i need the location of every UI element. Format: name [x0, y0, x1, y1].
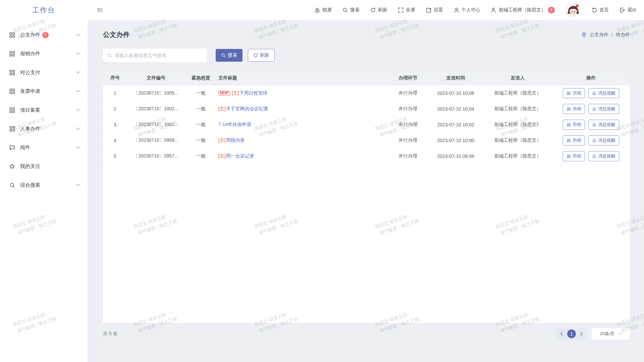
sidebar-item-label: 报销办件	[20, 51, 40, 57]
profile-center-button[interactable]: 个人中心	[454, 7, 480, 13]
row-file-no: 〔20230710〕1002...	[127, 106, 185, 112]
next-page-button[interactable]	[580, 332, 583, 336]
grid-icon	[9, 126, 15, 132]
breadcrumb-root[interactable]: 公文办件	[590, 32, 608, 38]
new-badge: NEW!	[218, 91, 230, 96]
row-title-cell: [主] 周一会议记录	[217, 153, 388, 159]
home-button[interactable]: 首页	[592, 7, 609, 13]
search-icon	[9, 182, 15, 188]
chevron-down-icon	[76, 34, 80, 36]
refresh-button-label: 刷新	[260, 52, 269, 58]
history-button-label: 历程	[573, 137, 581, 143]
search-input[interactable]	[115, 53, 203, 58]
row-urgency: 一般	[185, 137, 217, 143]
notify-button-label: 消息提醒	[598, 122, 615, 128]
document-title-link[interactable]: 关于官网的会议纪要	[226, 106, 268, 112]
refresh-icon	[253, 53, 258, 58]
sidebar-item-duigong[interactable]: 对公支付	[0, 63, 88, 82]
prev-page-button[interactable]	[560, 332, 563, 336]
row-title-cell: NEW! [主] 下周日程安排	[217, 90, 388, 96]
sidebar-item-xiangmu[interactable]: 项目备案	[0, 101, 88, 119]
row-index: 4	[103, 138, 127, 143]
back-home-icon	[592, 7, 597, 13]
lock-screen-button[interactable]: 锁屏	[315, 7, 332, 13]
sliders-icon	[567, 91, 571, 96]
document-title-link[interactable]: 7-14年休假申请	[218, 122, 251, 128]
logout-button[interactable]: 退出	[620, 7, 637, 13]
settings-label: 设置	[434, 7, 443, 13]
chevron-down-icon	[76, 109, 80, 111]
sidebar-item-label: 阅件	[20, 144, 30, 151]
current-user[interactable]: 前端工程师（陈思文） 5	[491, 7, 555, 13]
table-row: 2 〔20230710〕1002... 一般 [主] 关于官网的会议纪要 并行办…	[103, 101, 630, 117]
row-sender: 前端工程师（陈思文）	[483, 122, 552, 128]
global-search-button[interactable]: 搜索	[342, 7, 360, 13]
notify-button[interactable]: 消息提醒	[588, 104, 619, 114]
notify-button[interactable]: 消息提醒	[588, 120, 619, 130]
history-button-label: 历程	[573, 106, 581, 112]
col-title: 文件标题	[217, 75, 388, 81]
global-search-label: 搜索	[350, 7, 360, 13]
sidebar-item-sousuo[interactable]: 综合搜索	[0, 176, 88, 194]
table-header: 序号 文件编号 紧急程度 文件标题 办理环节 发送时间 发送人 操作	[103, 71, 630, 85]
sidebar-item-yuejian[interactable]: 阅件	[0, 138, 88, 157]
sidebar-collapse-button[interactable]	[97, 7, 103, 13]
bell-icon	[592, 91, 596, 96]
sidebar-item-baoxiao[interactable]: 报销办件	[0, 44, 88, 63]
notify-button-label: 消息提醒	[598, 90, 615, 96]
history-button-label: 历程	[573, 90, 581, 96]
refresh-button[interactable]: 刷新	[370, 7, 387, 13]
document-title-link[interactable]: 下周日程安排	[239, 90, 267, 96]
history-button[interactable]: 历程	[563, 151, 585, 161]
fullscreen-button[interactable]: 全屏	[398, 7, 415, 13]
notify-button[interactable]: 消息提醒	[588, 88, 619, 98]
history-button[interactable]: 历程	[563, 135, 585, 145]
row-actions: 历程 消息提醒	[552, 151, 630, 161]
sidebar-item-renshi[interactable]: 人事办件	[0, 119, 88, 138]
document-title-link[interactable]: 周报内容	[226, 137, 245, 143]
search-button[interactable]: 搜索	[216, 49, 243, 62]
fullscreen-icon	[398, 7, 404, 13]
search-icon	[342, 7, 348, 13]
notify-button-label: 消息提醒	[598, 106, 615, 112]
page-title: 公文办件	[103, 30, 130, 39]
document-table: 序号 文件编号 紧急程度 文件标题 办理环节 发送时间 发送人 操作 1 〔20…	[103, 71, 630, 323]
sidebar-item-label: 综合搜索	[20, 182, 40, 188]
topbar-actions: 锁屏 搜索 刷新 全屏 设置	[315, 2, 644, 18]
location-pin-icon	[581, 32, 587, 38]
row-time: 2023-07-10 10:00	[428, 138, 483, 143]
profile-center-label: 个人中心	[462, 7, 480, 13]
row-urgency: 一般	[185, 122, 217, 128]
row-step: 并行办理	[388, 153, 428, 159]
settings-button[interactable]: 设置	[426, 7, 443, 13]
row-sender: 前端工程师（陈思文）	[483, 137, 552, 143]
user-icon	[454, 7, 459, 13]
topbar: 工作台 锁屏 搜索 刷新 全屏	[0, 0, 644, 20]
row-actions: 历程 消息提醒	[552, 120, 630, 130]
page-size-select[interactable]: 20条/页	[592, 328, 630, 340]
sidebar-item-fapiao[interactable]: 发票申请	[0, 82, 88, 101]
bell-icon	[592, 107, 596, 111]
sidebar-item-gongwen[interactable]: 公文办件5	[0, 25, 88, 44]
search-icon	[221, 53, 226, 58]
avatar[interactable]	[566, 2, 581, 18]
sidebar-item-guanzhu[interactable]: 我的关注	[0, 157, 88, 176]
main-doc-tag: [主]	[232, 90, 239, 96]
document-title-link[interactable]: 周一会议记录	[226, 153, 254, 159]
main-content: 公文办件 公文办件 / 待办件 搜索	[88, 20, 644, 362]
page-number-1[interactable]: 1	[567, 329, 576, 338]
notify-button[interactable]: 消息提醒	[588, 151, 619, 161]
search-button-label: 搜索	[228, 52, 237, 58]
history-button[interactable]: 历程	[563, 120, 585, 130]
col-file-no: 文件编号	[127, 75, 185, 81]
row-actions: 历程 消息提醒	[552, 88, 630, 98]
notify-button[interactable]: 消息提醒	[588, 135, 619, 145]
col-index: 序号	[103, 75, 127, 81]
row-title-cell: [主] 关于官网的会议纪要	[217, 106, 388, 112]
comment-icon	[9, 145, 15, 150]
col-step: 办理环节	[388, 75, 428, 81]
refresh-list-button[interactable]: 刷新	[248, 49, 275, 62]
search-icon	[107, 53, 112, 58]
history-button[interactable]: 历程	[563, 104, 585, 114]
history-button[interactable]: 历程	[563, 88, 585, 98]
